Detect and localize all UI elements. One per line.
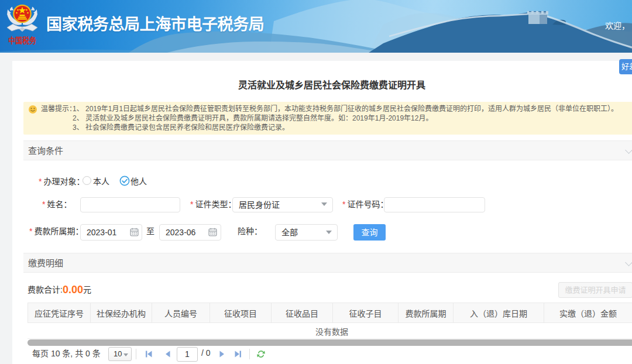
svg-text:中国税务: 中国税务 — [8, 36, 37, 45]
